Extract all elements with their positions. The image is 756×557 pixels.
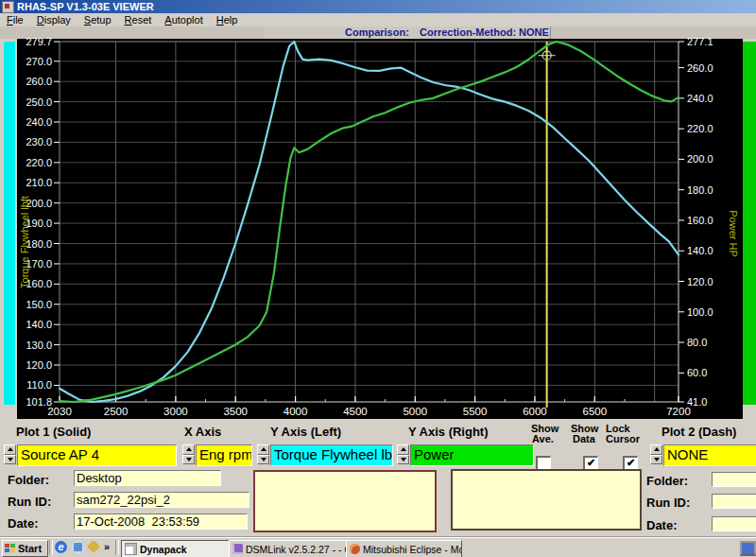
run-id-field-left[interactable]: sam272_22psi_2 <box>74 492 249 508</box>
plot-1-solid-spin-up[interactable] <box>4 444 16 455</box>
date-field-left[interactable]: 17-Oct-2008 23:53:59 <box>74 513 248 530</box>
x-tick-label: 2030 <box>47 406 72 417</box>
power-curve <box>60 42 679 402</box>
y-left-tick-label: 270.0 <box>26 56 52 67</box>
x-tick-label: 7200 <box>666 406 691 417</box>
plot-1-solid-field[interactable]: Source AP 4 <box>17 444 177 466</box>
y-right-tick-label: 80.0 <box>687 337 707 348</box>
y-axis-left-spin-up[interactable] <box>257 444 269 455</box>
folder-label-left: Folder: <box>8 473 49 487</box>
up-arrow-icon <box>261 447 266 451</box>
y-right-tick-label: 200.0 <box>687 153 713 165</box>
plot-2-dash-spinner[interactable] <box>650 444 662 464</box>
x-axis-field[interactable]: Eng rpm <box>196 444 252 466</box>
folder-field-left[interactable]: Desktop <box>74 470 221 486</box>
y-axis-left-spin-down[interactable] <box>257 455 269 465</box>
date-label-left: Date: <box>8 516 39 531</box>
app-window: RHAS-SP V1.3-03E VIEWER FileDisplaySetup… <box>0 0 756 557</box>
down-arrow-icon <box>8 458 13 461</box>
dynapack-icon <box>125 543 137 555</box>
plot-1-solid-spin-down[interactable] <box>4 455 16 465</box>
plot-1-solid-label: Plot 1 (Solid) <box>16 425 91 439</box>
folder-label-right: Folder: <box>646 474 688 488</box>
x-tick-label: 6500 <box>583 406 608 417</box>
y-axis-left-label: Y Axis (Left) <box>270 425 341 439</box>
run-id-label-left: Run ID: <box>8 495 51 509</box>
show-ave--header-2: Ave. <box>532 433 554 444</box>
date-label-right: Date: <box>646 518 678 532</box>
y-left-tick-label: 130.0 <box>26 339 52 351</box>
y-right-tick-label: 120.0 <box>687 276 713 287</box>
plot-2-dash-label: Plot 2 (Dash) <box>662 425 736 439</box>
tray-display-icon[interactable] <box>740 541 756 556</box>
y-left-tick-label: 220.0 <box>26 157 52 168</box>
task-button-dsmlink[interactable]: DSMLink v2.5.2.27 - - C:... <box>229 540 350 557</box>
y-axis-right-label: Y Axis (Right) <box>408 425 489 439</box>
down-arrow-icon <box>186 458 192 461</box>
quick-launch-overflow-chevron[interactable]: » <box>104 541 110 552</box>
torque-curve <box>60 42 679 402</box>
task-button-label: DSMLink v2.5.2.27 - - C:... <box>246 544 350 555</box>
x-axis-spin-down[interactable] <box>182 455 195 465</box>
y-left-tick-label: 260.0 <box>26 76 52 87</box>
down-arrow-icon <box>261 458 266 461</box>
y-left-tick-label: 150.0 <box>26 299 52 310</box>
paint-icon[interactable] <box>87 540 100 553</box>
start-button-label: Start <box>18 543 42 554</box>
date-field-right[interactable] <box>712 516 756 531</box>
x-tick-label: 6000 <box>523 406 547 417</box>
x-tick-label: 5500 <box>463 406 488 417</box>
dyno-chart[interactable]: 279.7270.0260.0250.0240.0230.0220.0210.0… <box>0 0 756 421</box>
plot-2-dash-spin-down[interactable] <box>650 455 662 465</box>
y-right-tick-label: 140.0 <box>687 245 713 256</box>
plot-2-dash-spin-up[interactable] <box>650 444 662 455</box>
y-right-tick-label: 60.0 <box>687 367 707 378</box>
folder-field-right[interactable] <box>712 472 756 487</box>
show-data-header-2: Data <box>573 433 595 444</box>
y-right-tick-label: 100.0 <box>687 306 713 318</box>
y-right-axis-title: Power HP <box>728 210 739 257</box>
lock-cursor-header-2: Cursor <box>606 433 640 444</box>
x-axis-label: X Axis <box>184 425 221 439</box>
x-tick-label: 2500 <box>104 406 129 417</box>
up-arrow-icon <box>654 447 660 451</box>
x-tick-label: 3000 <box>163 406 188 417</box>
y-right-tick-label: 240.0 <box>687 93 713 104</box>
task-button-dynapack[interactable]: Dynapack <box>121 540 232 557</box>
y-left-axis-title: Torque Flywheel lbft <box>19 196 30 288</box>
y-right-tick-label: 260.0 <box>687 62 713 74</box>
y-right-tick-label: 220.0 <box>687 123 713 134</box>
x-tick-label: 5000 <box>403 406 427 417</box>
run-id-field-right[interactable] <box>712 494 756 509</box>
comment-box-2 <box>451 469 642 531</box>
taskbar-separator <box>115 540 119 555</box>
y-left-tick-label: 240.0 <box>26 116 52 128</box>
y-axis-right-spin-down[interactable] <box>397 455 409 465</box>
up-arrow-icon <box>401 447 406 451</box>
plot-2-dash-field[interactable]: NONE <box>663 444 756 466</box>
y-axis-left-field[interactable]: Torque Flywheel lbft <box>270 444 393 466</box>
start-button[interactable]: Start <box>2 540 48 557</box>
y-left-tick-label: 210.0 <box>26 177 52 188</box>
y-right-tick-label: 277.1 <box>687 36 713 47</box>
x-axis-spin-up[interactable] <box>182 444 195 455</box>
up-arrow-icon <box>186 447 192 451</box>
y-axis-left-spinner[interactable] <box>257 444 269 464</box>
windows-logo-icon <box>5 544 16 553</box>
y-axis-right-field[interactable]: Power <box>410 444 534 466</box>
y-left-tick-label: 230.0 <box>26 136 52 148</box>
y-axis-right-spinner[interactable] <box>397 444 409 464</box>
y-left-tick-label: 279.7 <box>26 36 52 47</box>
messenger-icon[interactable] <box>72 541 84 553</box>
ie-icon[interactable]: e <box>55 541 67 553</box>
y-left-tick-label: 120.0 <box>26 359 52 371</box>
down-arrow-icon <box>654 458 660 461</box>
taskbar: Start e»DynapackDSMLink v2.5.2.27 - - C:… <box>0 537 756 557</box>
up-arrow-icon <box>8 447 13 451</box>
y-axis-right-spin-up[interactable] <box>397 444 409 455</box>
x-axis-spinner[interactable] <box>182 444 195 464</box>
down-arrow-icon <box>401 458 406 461</box>
task-button-mitsubishi[interactable]: Mitsubishi Eclipse - Mozill... <box>346 540 462 557</box>
plot-1-solid-spinner[interactable] <box>4 444 16 464</box>
y-left-tick-label: 110.0 <box>26 379 52 391</box>
